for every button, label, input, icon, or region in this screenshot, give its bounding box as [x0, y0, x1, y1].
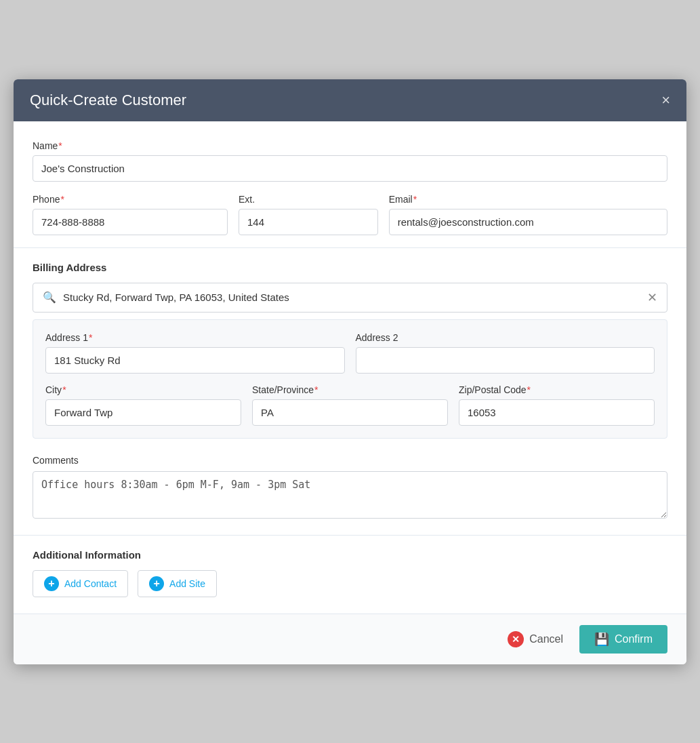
confirm-label: Confirm	[615, 633, 653, 645]
confirm-button[interactable]: 💾 Confirm	[579, 625, 667, 654]
address2-group: Address 2	[356, 332, 655, 374]
state-input[interactable]	[252, 399, 448, 426]
phone-input[interactable]	[33, 209, 228, 235]
name-input[interactable]	[33, 155, 667, 182]
comments-section: Comments Office hours 8:30am - 6pm M-F, …	[33, 455, 667, 521]
address-row-1: Address 1* Address 2	[45, 332, 655, 374]
billing-address-title: Billing Address	[33, 262, 667, 273]
billing-address-section: Billing Address 🔍 ✕ Address 1*	[33, 262, 667, 439]
city-input[interactable]	[45, 399, 241, 426]
comments-label: Comments	[33, 455, 667, 466]
comments-textarea[interactable]: Office hours 8:30am - 6pm M-F, 9am - 3pm…	[33, 471, 667, 519]
phone-email-row: Phone* Ext. Email*	[33, 194, 667, 235]
modal-title: Quick-Create Customer	[30, 92, 186, 109]
ext-input[interactable]	[239, 209, 378, 235]
address-fields-box: Address 1* Address 2 City*	[33, 319, 667, 439]
email-input[interactable]	[389, 209, 667, 235]
phone-label: Phone*	[33, 194, 228, 205]
cancel-button[interactable]: ✕ Cancel	[499, 626, 571, 653]
additional-info-section: Additional Information + Add Contact + A…	[33, 549, 667, 597]
add-site-label: Add Site	[169, 578, 205, 589]
modal-footer: ✕ Cancel 💾 Confirm	[14, 614, 686, 664]
zip-group: Zip/Postal Code*	[459, 384, 655, 426]
section-divider-2	[14, 535, 686, 536]
ext-group: Ext.	[239, 194, 378, 235]
confirm-save-icon: 💾	[594, 632, 609, 647]
address2-input[interactable]	[356, 347, 655, 374]
zip-label: Zip/Postal Code*	[459, 384, 655, 395]
name-group: Name*	[33, 140, 667, 182]
modal-header: Quick-Create Customer ×	[14, 79, 686, 121]
name-label: Name*	[33, 140, 667, 151]
add-site-button[interactable]: + Add Site	[138, 570, 217, 597]
modal-body: Name* Phone* Ext. Email*	[14, 121, 686, 597]
state-group: State/Province*	[252, 384, 448, 426]
section-divider	[14, 247, 686, 248]
address-search-bar[interactable]: 🔍 ✕	[33, 283, 667, 313]
city-group: City*	[45, 384, 241, 426]
phone-group: Phone*	[33, 194, 228, 235]
additional-buttons: + Add Contact + Add Site	[33, 570, 667, 597]
address2-label: Address 2	[356, 332, 655, 343]
search-icon: 🔍	[43, 291, 56, 304]
state-label: State/Province*	[252, 384, 448, 395]
quick-create-customer-modal: Quick-Create Customer × Name* Phone* Ext…	[14, 79, 686, 664]
address1-label: Address 1*	[45, 332, 345, 343]
add-contact-plus-icon: +	[44, 576, 59, 591]
close-button[interactable]: ×	[661, 93, 670, 108]
address1-group: Address 1*	[45, 332, 345, 374]
cancel-label: Cancel	[529, 633, 563, 645]
zip-input[interactable]	[459, 399, 655, 426]
ext-label: Ext.	[239, 194, 378, 205]
address1-input[interactable]	[45, 347, 345, 374]
city-label: City*	[45, 384, 241, 395]
email-label: Email*	[389, 194, 667, 205]
additional-info-title: Additional Information	[33, 549, 667, 561]
add-site-plus-icon: +	[149, 576, 164, 591]
add-contact-label: Add Contact	[64, 578, 117, 589]
address-search-input[interactable]	[63, 292, 642, 303]
cancel-icon: ✕	[508, 631, 524, 647]
email-group: Email*	[389, 194, 667, 235]
add-contact-button[interactable]: + Add Contact	[33, 570, 128, 597]
clear-address-icon[interactable]: ✕	[647, 290, 657, 305]
address-row-2: City* State/Province* Zip/Postal Code*	[45, 384, 655, 426]
